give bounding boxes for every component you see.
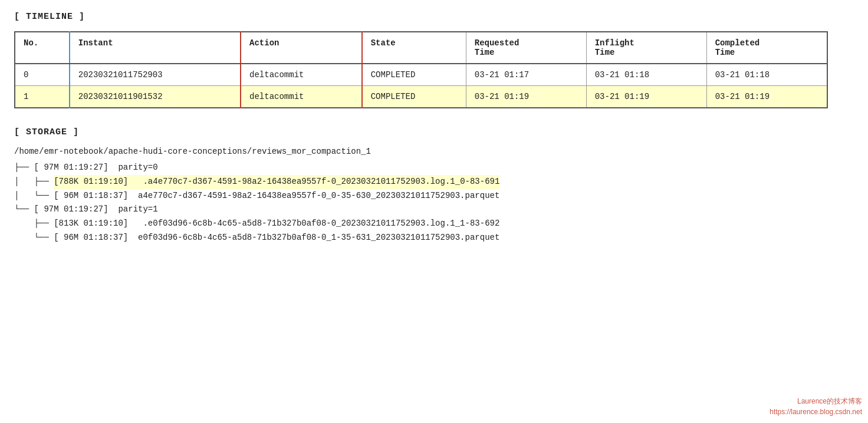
col-header-no: No. <box>15 32 70 64</box>
tree-line: └── [ 96M 01:18:37] e0f03d96-6c8b-4c65-a… <box>14 231 854 245</box>
col-header-instant: Instant <box>70 32 241 64</box>
timeline-section: [ TIMELINE ] No. Instant Action State Re… <box>14 12 854 108</box>
col-header-completed: CompletedTime <box>706 32 827 64</box>
storage-path: /home/emr-notebook/apache-hudi-core-conc… <box>14 147 854 156</box>
tree-line: └── [ 97M 01:19:27] parity=1 <box>14 203 854 217</box>
storage-header: [ STORAGE ] <box>14 127 854 137</box>
col-header-action: Action <box>241 32 362 64</box>
tree-line: ├── [ 97M 01:19:27] parity=0 <box>14 161 854 175</box>
tree-line: ├── [813K 01:19:10] .e0f03d96-6c8b-4c65-… <box>14 217 854 231</box>
timeline-header: [ TIMELINE ] <box>14 12 854 22</box>
col-header-state: State <box>362 32 466 64</box>
storage-section: [ STORAGE ] /home/emr-notebook/apache-hu… <box>14 127 854 245</box>
table-row: 020230321011752903deltacommitCOMPLETED03… <box>15 64 827 86</box>
col-header-requested: RequestedTime <box>466 32 586 64</box>
timeline-table: No. Instant Action State RequestedTime I… <box>14 31 828 108</box>
table-row: 120230321011901532deltacommitCOMPLETED03… <box>15 86 827 108</box>
col-header-inflight: InflightTime <box>586 32 706 64</box>
storage-tree: ├── [ 97M 01:19:27] parity=0│ ├── [788K … <box>14 161 854 245</box>
tree-line: │ └── [ 96M 01:18:37] a4e770c7-d367-4591… <box>14 189 854 203</box>
table-header-row: No. Instant Action State RequestedTime I… <box>15 32 827 64</box>
tree-line: │ ├── [788K 01:19:10] .a4e770c7-d367-459… <box>14 175 854 189</box>
